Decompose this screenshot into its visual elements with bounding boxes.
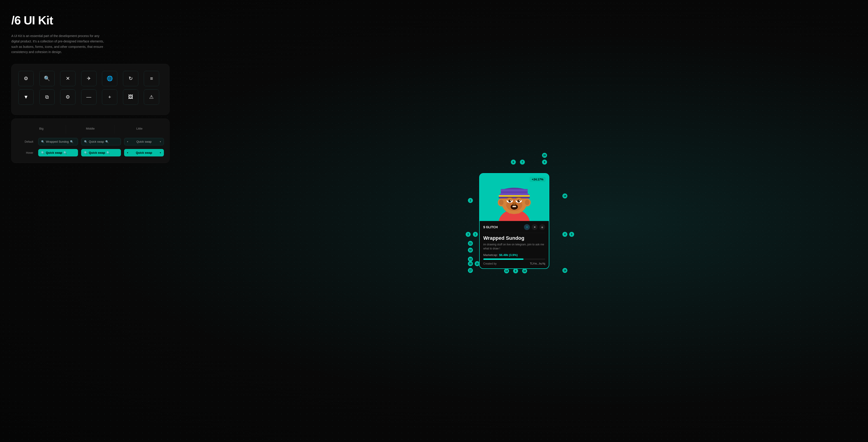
search-input-text-1: Wrapped Sundog [46,140,69,143]
icon-minus[interactable]: — [81,90,96,105]
annotation-4: 4 [562,232,567,237]
svg-point-28 [515,203,516,204]
icon-grid-row2: ▼ ⧉ ⚙ — + 🖼 ⚠ [18,90,162,105]
search-input-little-default[interactable]: ▾ Quick swap ▾ [124,138,164,145]
col-little: Little [115,125,164,133]
svg-point-27 [513,203,514,204]
svg-point-21 [510,200,511,201]
annotation-5: 5 [569,232,574,237]
page-description: A UI Kit is an essential part of the dev… [11,33,106,55]
icon-menu[interactable]: ≡ [144,71,159,86]
search-input-big-hover[interactable]: 🔍 Quick swap 🔍 [38,149,78,157]
nft-image-area: +24.17% [480,174,549,221]
nft-card: +24.17% $ GLITCH ✈ ✕ ◉ Wrapped Sundog [479,173,549,269]
icon-warning[interactable]: ⚠ [144,90,159,105]
nft-title: Wrapped Sundog [483,235,545,241]
search-icon-left: 🔍 [41,140,44,143]
icon-send[interactable]: ✈ [81,71,96,86]
search-icon-hover-right-2: 🔍 [106,151,110,155]
search-input-hover-text-3: Quick swap [136,151,152,155]
row-label-hover: Hover [17,151,35,155]
arrow-icon-right: ▾ [160,140,161,143]
annotation-12: 12 [468,248,473,252]
search-input-hover-text-1: Quick swap [46,151,62,155]
token-row: $ GLITCH ✈ ✕ ◉ [483,224,545,233]
annotation-20: 20 [542,153,547,158]
annotation-7: 7 [520,160,525,165]
page-title: /6 UI Kit [11,13,169,27]
search-icon-hover-left-2: 🔍 [84,151,88,155]
search-icon-right-2: 🔍 [105,140,109,143]
search-input-middle-hover[interactable]: 🔍 Quick swap 🔍 [81,149,121,157]
creator-row: Created by TLYm...huYq [483,262,545,265]
annotation-6: 6 [511,160,516,165]
icon-dropdown[interactable]: ▼ [18,90,34,105]
globe-button[interactable]: ◉ [539,224,545,230]
icon-image[interactable]: 🖼 [123,90,138,105]
annotation-13: 13 [468,257,473,262]
progress-bar-fill [483,259,524,260]
nft-card-body: $ GLITCH ✈ ✕ ◉ Wrapped Sundog im drawing… [480,221,549,268]
search-input-middle-default[interactable]: 🔍 Quick swap 🔍 [81,138,121,145]
right-panel: 20 6 7 9 19 2 3 1 4 5 11 12 13 15 16 17 … [179,9,857,433]
icon-x[interactable]: ✕ [60,71,75,86]
search-input-text-2: Quick swap [89,140,104,143]
input-section-card: Big Middle Little Default 🔍 Wrapped Sund… [11,118,169,163]
icon-copy[interactable]: ⧉ [39,90,55,105]
annotation-3: 3 [466,232,471,237]
search-icon-right: 🔍 [70,140,73,143]
col-middle: Middle [66,125,115,133]
annotation-8: 8 [513,268,518,273]
search-icon-hover-left: 🔍 [41,151,44,155]
nft-card-container: 20 6 7 9 19 2 3 1 4 5 11 12 13 15 16 17 … [479,173,556,269]
x-button[interactable]: ✕ [532,224,537,230]
annotation-19: 19 [562,194,567,198]
token-name: $ GLITCH [483,225,522,229]
arrow-icon-left: ▾ [127,140,128,143]
input-rows: Default 🔍 Wrapped Sundog 🔍 🔍 Quick swap … [17,138,164,157]
icon-grid-row1: ⚙ 🔍 ✕ ✈ 🌐 ↻ ≡ [18,71,162,86]
search-input-little-hover[interactable]: ▾ Quick swap ▾ [124,149,164,157]
annotation-16: 16 [468,261,473,266]
progress-bar-container [483,259,545,260]
search-icon-hover-right: 🔍 [64,151,67,155]
nft-description: im drawing stuff on live on telegram, jo… [483,242,545,250]
left-panel: /6 UI Kit A UI Kit is an essential part … [11,9,169,433]
input-column-headers: Big Middle Little [17,125,164,133]
arrow-icon-hover-right: ▾ [160,151,161,154]
search-input-text-3: Quick swap [136,140,151,143]
page-content: /6 UI Kit A UI Kit is an essential part … [0,0,868,442]
search-input-hover-text-2: Quick swap [89,151,105,155]
svg-point-19 [508,200,511,203]
marketcap-label: Marketcap: [483,253,498,257]
search-icon-left-2: 🔍 [84,140,88,143]
icon-gear[interactable]: ⚙ [18,71,34,86]
icon-grid-card: ⚙ 🔍 ✕ ✈ 🌐 ↻ ≡ ▼ ⧉ ⚙ — + 🖼 ⚠ [11,64,169,115]
svg-point-20 [518,200,520,203]
svg-point-6 [499,200,504,205]
icon-settings[interactable]: ⚙ [60,90,75,105]
input-row-default: Default 🔍 Wrapped Sundog 🔍 🔍 Quick swap … [17,138,164,145]
svg-point-7 [525,200,529,205]
icon-search[interactable]: 🔍 [39,71,55,86]
annotation-10: 10 [522,268,527,273]
annotation-15: 15 [475,261,480,266]
price-badge: +24.17% [529,177,546,182]
creator-label: Created by [483,262,497,265]
creator-value: TLYm...huYq [530,262,545,265]
annotation-17: 17 [468,268,473,273]
annotation-11: 11 [468,241,473,246]
annotation-14: 14 [504,268,509,273]
annotation-18: 18 [562,268,567,273]
annotation-1: 1 [473,232,478,237]
marketcap-value: $6.49k (3.9%) [499,253,518,257]
svg-rect-12 [501,190,528,191]
icon-globe[interactable]: 🌐 [102,71,117,86]
col-big: Big [17,125,66,133]
icon-refresh[interactable]: ↻ [123,71,138,86]
icon-plus[interactable]: + [102,90,117,105]
svg-rect-13 [499,195,530,197]
svg-point-22 [519,200,520,201]
search-input-big-default[interactable]: 🔍 Wrapped Sundog 🔍 [38,138,78,145]
telegram-button[interactable]: ✈ [524,224,530,230]
